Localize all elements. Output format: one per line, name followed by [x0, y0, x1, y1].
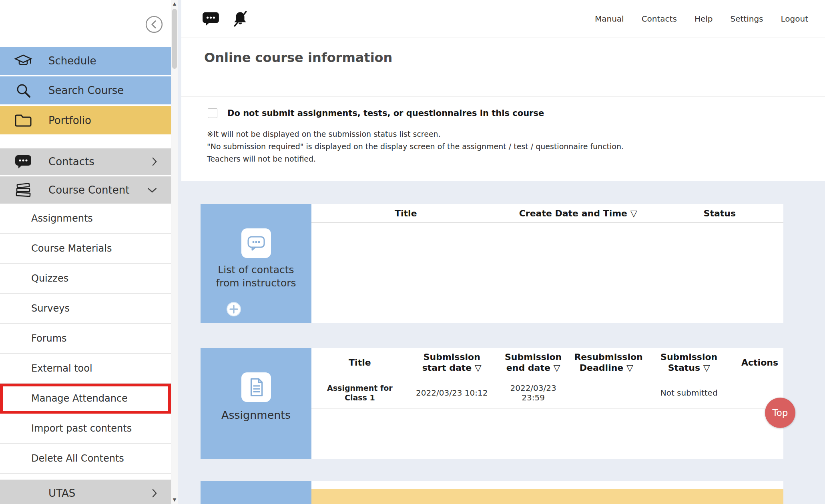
- sidebar-collapse-button[interactable]: [145, 15, 163, 34]
- title-panel: Online course information: [181, 38, 825, 97]
- sidebar-item-forums[interactable]: Forums: [0, 324, 171, 354]
- chat-icon[interactable]: [202, 12, 219, 26]
- contacts-table: Title Create Date and Time ▽ Status: [311, 204, 783, 323]
- chevron-right-icon: [152, 488, 157, 498]
- sidebar-item-course-materials[interactable]: Course Materials: [0, 234, 171, 264]
- contacts-card-title-line1: List of contacts: [216, 263, 296, 276]
- page-title: Online course information: [181, 38, 825, 65]
- notes: ※It will not be displayed on the submiss…: [207, 128, 624, 165]
- scrollbar-up-arrow[interactable]: ▲: [171, 1, 178, 7]
- nav-manual[interactable]: Manual: [595, 14, 624, 24]
- chevron-down-icon: [147, 187, 157, 193]
- sidebar-item-import-past-contents[interactable]: Import past contents: [0, 414, 171, 444]
- sidebar-subitem-label: Assignments: [31, 213, 93, 224]
- nav-contacts[interactable]: Contacts: [642, 14, 677, 24]
- assignment-status-cell: Not submitted: [642, 388, 736, 398]
- scrollbar-thumb[interactable]: [172, 9, 177, 69]
- topbar: Manual Contacts Help Settings Logout: [181, 0, 825, 38]
- sidebar-subitem-label: Surveys: [31, 303, 70, 314]
- sidebar-item-assignments[interactable]: Assignments: [0, 204, 171, 234]
- sidebar-item-label: Contacts: [48, 156, 94, 168]
- sidebar-item-label: Portfolio: [48, 114, 91, 126]
- options-panel: Do not submit assignments, tests, or que…: [181, 97, 825, 181]
- graduation-cap-icon: [12, 54, 34, 68]
- nav-logout[interactable]: Logout: [781, 14, 808, 24]
- sidebar-item-manage-attendance[interactable]: Manage Attendance: [0, 384, 171, 414]
- assignment-title-cell[interactable]: Assignment for Class 1: [311, 383, 408, 402]
- add-contact-button[interactable]: [226, 302, 241, 317]
- sidebar-subitem-label: Quizzes: [31, 273, 68, 284]
- folder-icon: [12, 114, 34, 127]
- sidebar-item-utas[interactable]: UTAS: [0, 480, 171, 504]
- scrollbar-down-arrow[interactable]: ▼: [171, 497, 178, 503]
- sidebar-subitem-label: Forums: [31, 333, 67, 344]
- nav-help[interactable]: Help: [695, 14, 713, 24]
- column-header-create-date[interactable]: Create Date and Time ▽: [500, 208, 656, 219]
- note-line: "No submission required" is displayed on…: [207, 140, 624, 153]
- sidebar-item-label: UTAS: [48, 487, 75, 499]
- assignments-card-side: Assignments: [201, 348, 311, 459]
- next-card-partial: [201, 481, 783, 504]
- screen: Schedule Search Course Portfolio Contact…: [0, 0, 825, 504]
- column-header-status: Status: [656, 208, 783, 219]
- contacts-card: List of contacts from instructors Title …: [201, 204, 783, 323]
- sidebar-item-label: Course Content: [48, 184, 129, 196]
- assignments-table: Title Submission start date ▽ Submission…: [311, 348, 783, 459]
- sidebar-subitem-label: External tool: [31, 363, 92, 374]
- column-header-actions: Actions: [736, 357, 783, 368]
- note-line: Teachers will not be notified.: [207, 153, 624, 165]
- topbar-nav: Manual Contacts Help Settings Logout: [595, 14, 808, 24]
- sidebar: Schedule Search Course Portfolio Contact…: [0, 0, 171, 504]
- sidebar-item-external-tool[interactable]: External tool: [0, 354, 171, 384]
- contacts-card-side: List of contacts from instructors: [201, 204, 311, 323]
- note-line: ※It will not be displayed on the submiss…: [207, 128, 624, 140]
- assignments-card-title: Assignments: [221, 408, 291, 422]
- plus-icon: [226, 312, 241, 318]
- nav-settings[interactable]: Settings: [730, 14, 763, 24]
- column-header-submission-start[interactable]: Submission start date ▽: [408, 352, 496, 373]
- column-header-title: Title: [311, 357, 408, 368]
- assignment-row: Assignment for Class 1 2022/03/23 10:12 …: [311, 377, 783, 409]
- assignments-table-header: Title Submission start date ▽ Submission…: [311, 348, 783, 377]
- sidebar-item-schedule[interactable]: Schedule: [0, 47, 171, 75]
- chevron-right-icon: [152, 157, 157, 166]
- sidebar-item-label: Schedule: [48, 55, 96, 67]
- column-header-resubmission-deadline[interactable]: Resubmission Deadline ▽: [571, 352, 642, 373]
- chat-bubble-icon: [241, 228, 271, 258]
- bell-muted-icon[interactable]: [231, 11, 249, 27]
- scroll-to-top-button[interactable]: Top: [765, 398, 795, 428]
- books-icon: [12, 183, 34, 197]
- no-submit-checkbox-label: Do not submit assignments, tests, or que…: [227, 108, 544, 118]
- speech-bubble-icon: [12, 154, 34, 169]
- sidebar-item-search-course[interactable]: Search Course: [0, 76, 171, 104]
- contacts-table-header: Title Create Date and Time ▽ Status: [311, 204, 783, 223]
- column-header-submission-status[interactable]: Submission Status ▽: [642, 352, 736, 373]
- sidebar-item-surveys[interactable]: Surveys: [0, 294, 171, 324]
- column-header-submission-end[interactable]: Submission end date ▽: [496, 352, 571, 373]
- sidebar-item-course-content[interactable]: Course Content: [0, 176, 171, 204]
- no-submit-checkbox-row: Do not submit assignments, tests, or que…: [208, 108, 544, 118]
- sidebar-subitem-label: Manage Attendance: [31, 393, 128, 404]
- next-card-side: [201, 481, 311, 504]
- column-header-title: Title: [311, 208, 500, 219]
- next-card-table: [311, 481, 783, 504]
- assignments-card: Assignments Title Submission start date …: [201, 348, 783, 459]
- assignment-start-cell: 2022/03/23 10:12: [408, 388, 496, 398]
- magnifier-icon: [12, 82, 34, 98]
- sidebar-item-contacts[interactable]: Contacts: [0, 148, 171, 175]
- contacts-table-body: [311, 223, 783, 323]
- sidebar-scrollbar[interactable]: ▲ ▼: [171, 0, 178, 504]
- sidebar-item-delete-all-contents[interactable]: Delete All Contents: [0, 444, 171, 474]
- sidebar-item-quizzes[interactable]: Quizzes: [0, 264, 171, 294]
- no-submit-checkbox[interactable]: [208, 108, 217, 118]
- document-icon: [241, 372, 271, 402]
- contacts-card-title: List of contacts from instructors: [216, 263, 296, 290]
- sidebar-item-portfolio[interactable]: Portfolio: [0, 106, 171, 134]
- sidebar-subitem-label: Course Materials: [31, 243, 112, 254]
- assignment-end-cell: 2022/03/23 23:59: [496, 383, 571, 402]
- highlighted-row: [311, 489, 783, 504]
- contacts-card-title-line2: from instructors: [216, 276, 296, 290]
- sidebar-item-label: Search Course: [48, 84, 124, 96]
- main-content: Manual Contacts Help Settings Logout Onl…: [178, 0, 825, 504]
- assignments-table-body: [311, 409, 783, 459]
